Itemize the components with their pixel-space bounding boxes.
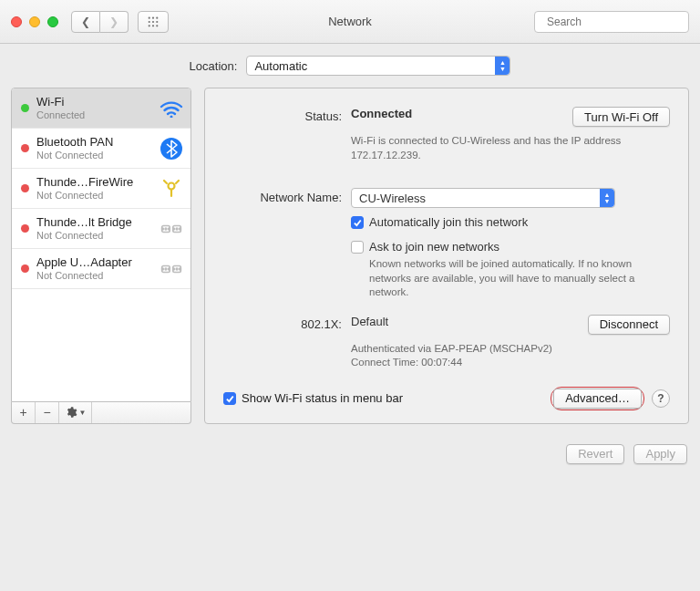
show-menubar-label: Show Wi-Fi status in menu bar	[242, 391, 403, 405]
service-name: Apple U…Adapter	[36, 256, 132, 269]
status-dot-icon	[21, 184, 29, 192]
dot1x-value: Default	[351, 315, 388, 328]
network-name-popup[interactable]: CU-Wireless ▲▼	[351, 188, 615, 208]
search-field[interactable]	[534, 11, 689, 33]
chevron-up-down-icon: ▲▼	[495, 57, 510, 75]
service-status: Connected	[36, 109, 85, 120]
ask-join-description: Known networks will be joined automatica…	[369, 257, 670, 300]
ethernet-icon	[160, 217, 183, 241]
sidebar-item-usb-adapter[interactable]: Apple U…Adapter Not Connected	[12, 249, 190, 289]
sidebar-item-thunderbolt-bridge[interactable]: Thunde…lt Bridge Not Connected	[12, 209, 190, 249]
status-dot-icon	[21, 144, 29, 152]
help-button[interactable]: ?	[652, 389, 670, 408]
svg-point-11	[170, 115, 173, 118]
svg-point-2	[156, 16, 158, 18]
checkbox-checked-icon	[351, 216, 364, 229]
chevron-up-down-icon: ▲▼	[600, 189, 614, 207]
checkbox-unchecked-icon	[351, 241, 364, 254]
svg-point-31	[176, 268, 178, 270]
svg-point-7	[152, 25, 154, 26]
svg-point-20	[165, 228, 167, 230]
detail-pane: Status: Connected Turn Wi-Fi Off Wi-Fi i…	[204, 88, 689, 424]
network-name-value: CU-Wireless	[352, 192, 433, 205]
disconnect-button[interactable]: Disconnect	[588, 315, 670, 335]
ask-join-checkbox[interactable]: Ask to join new networks	[351, 240, 670, 254]
svg-point-29	[169, 268, 170, 270]
location-value: Automatic	[247, 59, 314, 73]
svg-point-24	[180, 228, 181, 230]
service-name: Wi-Fi	[36, 96, 85, 109]
auto-join-checkbox[interactable]: Automatically join this network	[351, 215, 670, 229]
dot1x-connect-time: Connect Time: 00:07:44	[351, 356, 670, 370]
apply-button[interactable]: Apply	[633, 444, 687, 464]
svg-point-0	[149, 16, 150, 18]
advanced-button[interactable]: Advanced…	[553, 389, 642, 409]
svg-point-28	[165, 268, 167, 270]
svg-point-3	[149, 20, 150, 22]
svg-point-27	[162, 268, 164, 270]
back-button[interactable]: ❮	[71, 11, 100, 33]
status-description: Wi-Fi is connected to CU-Wireless and ha…	[351, 134, 670, 162]
svg-line-16	[176, 181, 179, 183]
svg-point-23	[176, 228, 178, 230]
close-window-button[interactable]	[11, 16, 22, 27]
minimize-window-button[interactable]	[29, 16, 40, 27]
revert-button[interactable]: Revert	[566, 444, 624, 464]
service-name: Bluetooth PAN	[36, 136, 113, 149]
annotation-highlight: Advanced…	[551, 387, 644, 410]
svg-point-1	[152, 16, 154, 18]
svg-point-32	[180, 268, 181, 270]
dot1x-label: 802.1X:	[223, 315, 351, 331]
service-status: Not Connected	[36, 190, 133, 201]
sidebar-item-thunderbolt-firewire[interactable]: Thunde…FireWire Not Connected	[12, 169, 190, 209]
svg-point-6	[149, 25, 150, 26]
services-list[interactable]: Wi-Fi Connected Bluetooth PAN Not Connec…	[11, 88, 191, 402]
svg-point-21	[169, 228, 170, 230]
network-name-label: Network Name:	[223, 188, 351, 204]
sidebar-item-bluetooth-pan[interactable]: Bluetooth PAN Not Connected	[12, 129, 190, 169]
svg-point-5	[156, 20, 158, 22]
search-input[interactable]	[545, 15, 685, 29]
grid-icon	[148, 16, 159, 28]
service-status: Not Connected	[36, 230, 132, 241]
service-name: Thunde…FireWire	[36, 176, 133, 189]
status-label: Status:	[223, 107, 351, 123]
location-label: Location:	[190, 59, 238, 73]
svg-point-13	[169, 182, 175, 189]
location-popup[interactable]: Automatic ▲▼	[246, 56, 510, 76]
turn-wifi-off-button[interactable]: Turn Wi-Fi Off	[572, 107, 670, 127]
service-name: Thunde…lt Bridge	[36, 216, 132, 229]
remove-service-button[interactable]: −	[36, 402, 59, 423]
sidebar-item-wifi[interactable]: Wi-Fi Connected	[12, 88, 190, 129]
status-dot-icon	[21, 224, 29, 233]
svg-point-30	[173, 268, 175, 270]
service-actions-button[interactable]: ▼	[59, 402, 92, 423]
show-menubar-checkbox[interactable]: Show Wi-Fi status in menu bar	[223, 391, 403, 405]
show-all-button[interactable]	[138, 11, 169, 33]
service-status: Not Connected	[36, 270, 132, 281]
bluetooth-icon	[160, 137, 183, 161]
status-dot-icon	[21, 104, 29, 112]
svg-point-22	[173, 228, 175, 230]
dot1x-auth-text: Authenticated via EAP-PEAP (MSCHAPv2)	[351, 342, 670, 357]
status-value: Connected	[351, 107, 412, 120]
ethernet-icon	[160, 257, 183, 281]
zoom-window-button[interactable]	[47, 16, 58, 27]
gear-icon	[65, 406, 77, 419]
auto-join-label: Automatically join this network	[369, 215, 528, 229]
svg-point-8	[156, 25, 158, 26]
firewire-icon	[160, 177, 183, 201]
status-dot-icon	[21, 264, 29, 273]
checkbox-checked-icon	[223, 392, 236, 405]
svg-point-19	[162, 228, 164, 230]
wifi-icon	[160, 97, 183, 120]
add-service-button[interactable]: +	[12, 402, 36, 423]
svg-line-15	[164, 181, 167, 183]
ask-join-label: Ask to join new networks	[369, 240, 499, 254]
service-status: Not Connected	[36, 150, 113, 161]
forward-button[interactable]: ❯	[100, 11, 129, 33]
svg-point-4	[152, 20, 154, 22]
